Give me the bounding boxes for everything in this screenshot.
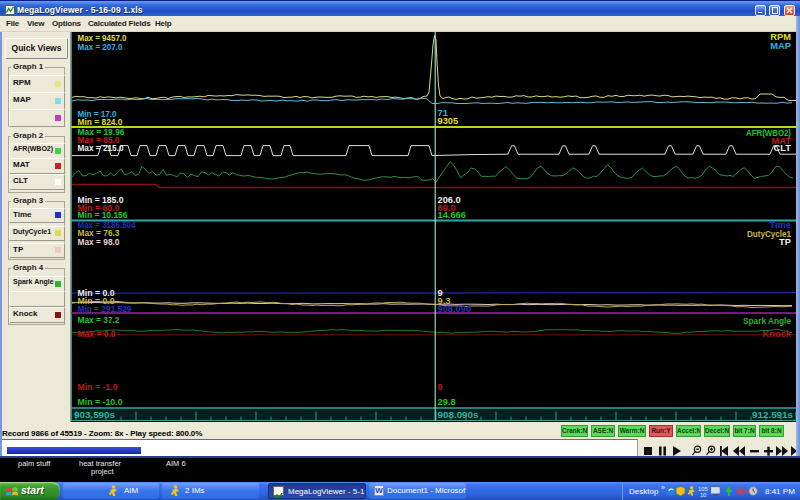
svg-text:0: 0 xyxy=(438,382,443,392)
svg-text:Max = 215.0: Max = 215.0 xyxy=(78,143,124,153)
svg-text:14.666: 14.666 xyxy=(438,210,466,220)
svg-text:Max = 37.2: Max = 37.2 xyxy=(78,315,120,325)
svg-text:MAP: MAP xyxy=(770,41,791,51)
svg-text:Min = -10.0: Min = -10.0 xyxy=(78,397,123,407)
svg-text:912.591s: 912.591s xyxy=(752,410,793,420)
svg-text:10: 10 xyxy=(700,492,706,498)
svg-text:903.590s: 903.590s xyxy=(74,410,115,420)
svg-text:Min = 10.156: Min = 10.156 xyxy=(78,210,128,220)
svg-text:Min = -1.0: Min = -1.0 xyxy=(78,382,118,392)
svg-text:Max = 207.0: Max = 207.0 xyxy=(78,42,123,52)
svg-text:29.8: 29.8 xyxy=(438,397,456,407)
svg-text:Max = 0.0: Max = 0.0 xyxy=(78,329,116,339)
svg-text:Min = 824.0: Min = 824.0 xyxy=(78,117,123,127)
svg-text:Min = 291.529: Min = 291.529 xyxy=(78,304,132,314)
svg-text:Spark Angle: Spark Angle xyxy=(743,316,791,326)
svg-text:105: 105 xyxy=(698,486,708,492)
svg-text:TP: TP xyxy=(779,237,791,247)
svg-text:Knock: Knock xyxy=(763,329,792,339)
svg-text:CLT: CLT xyxy=(774,143,792,153)
svg-text:908.090: 908.090 xyxy=(438,304,472,314)
svg-text:Max = 98.0: Max = 98.0 xyxy=(78,237,120,247)
svg-text:908.090s: 908.090s xyxy=(438,410,479,420)
svg-text:9305: 9305 xyxy=(438,116,459,126)
